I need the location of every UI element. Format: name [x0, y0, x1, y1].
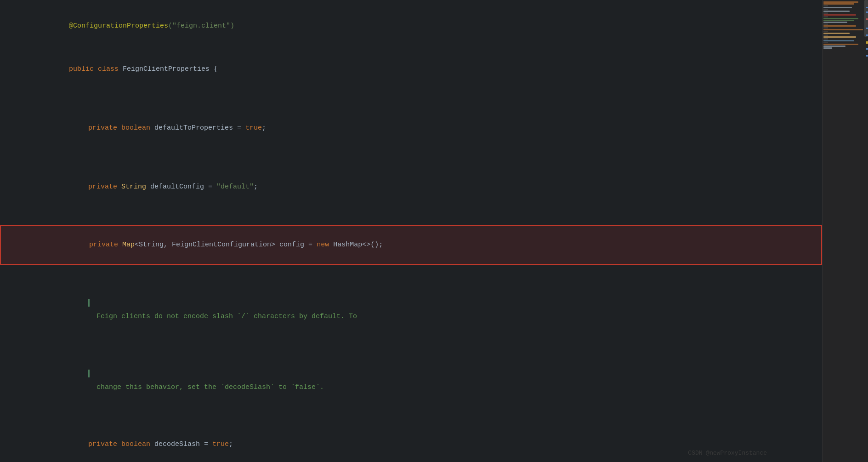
minimap-line-16 — [823, 29, 863, 30]
code-line-2: public class FeignClientProperties { — [0, 48, 822, 91]
minimap-line-6 — [823, 11, 850, 12]
minimap-line-5 — [823, 9, 828, 10]
code-content-5 — [32, 151, 822, 165]
minimap-indicator-2 — [866, 11, 868, 13]
minimap-line-15 — [823, 27, 828, 29]
minimap-line-19 — [823, 34, 828, 36]
minimap-line-18 — [823, 33, 850, 34]
minimap-line-3 — [823, 5, 828, 6]
kw-class-2: class — [98, 65, 123, 73]
code-line-3 — [0, 91, 822, 107]
watermark: CSDN @newProxyInstance — [688, 450, 767, 456]
minimap-line-1 — [823, 1, 858, 3]
code-content-3 — [32, 92, 822, 106]
minimap-line-10 — [823, 18, 858, 19]
minimap-indicator-7 — [866, 48, 868, 50]
kw-public-2: public — [69, 65, 98, 73]
code-content-9 — [32, 267, 822, 280]
kw-boolean-4: boolean — [121, 124, 154, 132]
semi-12: ; — [229, 440, 233, 448]
classname-2: FeignClientProperties { — [123, 65, 218, 73]
code-line-6: private String defaultConfig = "default"… — [0, 165, 822, 209]
code-line-5 — [0, 150, 822, 165]
code-line-4: private boolean defaultToProperties = tr… — [0, 107, 822, 150]
minimap-indicator-1 — [866, 7, 868, 8]
kw-string-6: String — [121, 183, 150, 191]
minimap — [822, 0, 868, 462]
code-content-10: Feign clients do not encode slash `/` ch… — [32, 282, 822, 351]
code-line-11: change this behavior, set the `decodeSla… — [0, 352, 822, 423]
minimap-line-11 — [823, 20, 854, 21]
str-default-6: "default" — [216, 183, 254, 191]
code-line-10: Feign clients do not encode slash `/` ch… — [0, 281, 822, 352]
var-6: defaultConfig = — [150, 183, 216, 191]
code-content-1: @ConfigurationProperties("feign.client") — [32, 6, 822, 47]
semi-6: ; — [254, 183, 258, 191]
kw-true-12: true — [212, 440, 229, 448]
kw-private-4: private — [88, 124, 121, 132]
minimap-line-14 — [823, 25, 856, 27]
code-content-2: public class FeignClientProperties { — [32, 49, 822, 90]
minimap-indicator-5 — [866, 34, 868, 36]
code-line-7 — [0, 209, 822, 224]
minimap-indicator-6 — [866, 41, 868, 44]
code-content-4: private boolean defaultToProperties = tr… — [32, 108, 822, 149]
minimap-line-4 — [823, 7, 852, 8]
minimap-line-21 — [823, 38, 828, 40]
code-content-11: change this behavior, set the `decodeSla… — [32, 353, 822, 422]
comment-text-10: Feign clients do not encode slash `/` ch… — [96, 313, 357, 320]
kw-boolean-12: boolean — [121, 440, 154, 448]
kw-private-8: private — [89, 241, 122, 249]
annotation-1: @ConfigurationProperties — [69, 22, 168, 30]
code-content-8: private Map<String, FeignClientConfigura… — [33, 227, 821, 263]
semi-4: ; — [262, 124, 266, 132]
generic-8: <String, FeignClientConfiguration> confi… — [135, 241, 317, 249]
kw-true-4: true — [245, 124, 262, 132]
code-container: @ConfigurationProperties("feign.client")… — [0, 0, 822, 462]
minimap-indicator-8 — [866, 55, 868, 57]
minimap-line-7 — [823, 12, 828, 14]
kw-private-12: private — [88, 440, 121, 448]
kw-private-6: private — [88, 183, 121, 191]
minimap-line-8 — [823, 14, 856, 16]
code-content-6: private String defaultConfig = "default"… — [32, 166, 822, 208]
editor-area: @ConfigurationProperties("feign.client")… — [0, 0, 822, 462]
minimap-line-22 — [823, 40, 854, 41]
str-1: ("feign.client") — [168, 22, 234, 30]
minimap-indicator-3 — [866, 18, 868, 20]
minimap-line-20 — [823, 36, 856, 38]
comment-text-11: change this behavior, set the `decodeSla… — [96, 383, 324, 391]
var-12: decodeSlash = — [154, 440, 212, 448]
minimap-line-17 — [823, 31, 828, 32]
minimap-line-24 — [823, 44, 858, 45]
minimap-indicator-4 — [866, 28, 868, 29]
kw-new-8: new — [317, 241, 333, 249]
var-4: defaultToProperties = — [154, 124, 245, 132]
minimap-line-9 — [823, 16, 828, 17]
minimap-line-13 — [823, 23, 828, 25]
minimap-content — [823, 0, 868, 50]
kw-map-8: Map — [122, 241, 135, 249]
minimap-line-25 — [823, 46, 845, 47]
code-line-9 — [0, 266, 822, 281]
minimap-line-2 — [823, 3, 854, 5]
minimap-line-23 — [823, 42, 828, 43]
minimap-line-26 — [823, 47, 832, 49]
code-line-1: @ConfigurationProperties("feign.client") — [0, 5, 822, 48]
code-line-8: private Map<String, FeignClientConfigura… — [0, 225, 822, 265]
code-content-7 — [32, 210, 822, 223]
hashmap-8: HashMap<>(); — [333, 241, 383, 249]
minimap-line-12 — [823, 22, 847, 23]
